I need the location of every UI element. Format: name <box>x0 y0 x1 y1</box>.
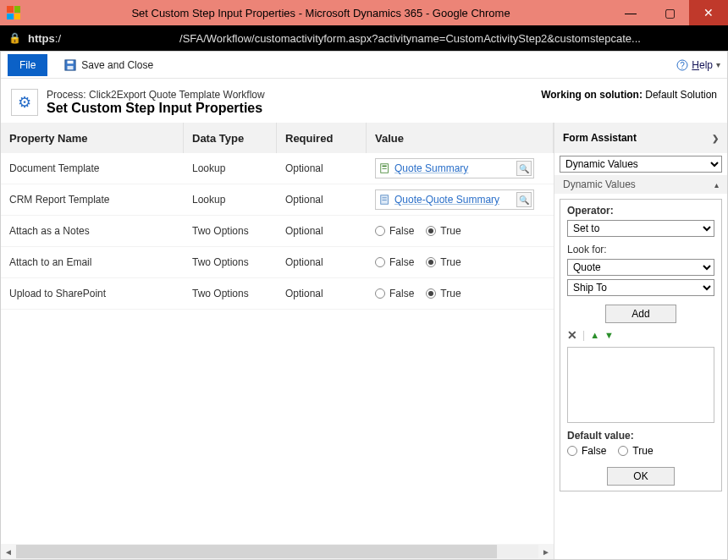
grid-header-row: Property Name Data Type Required Value <box>1 123 554 153</box>
windows-logo-icon <box>7 6 20 19</box>
false-radio[interactable] <box>375 226 385 236</box>
property-name-cell: Document Template <box>1 162 184 174</box>
assistant-mode-select[interactable]: Dynamic Values <box>560 156 722 173</box>
remove-icon[interactable]: ✕ <box>567 328 577 342</box>
svg-rect-9 <box>383 197 387 198</box>
dynamic-values-subheader: Dynamic Values <box>563 178 636 190</box>
table-row: Upload to SharePointTwo OptionsOptionalF… <box>1 278 554 310</box>
save-icon <box>64 59 76 71</box>
page-toolbar: File Save and Close ? Help ▾ <box>1 52 727 79</box>
form-assistant-pane: Form Assistant ❯ Dynamic Values Dynamic … <box>554 123 727 559</box>
two-options-group: FalseTrue <box>375 225 545 237</box>
svg-rect-10 <box>383 200 387 200</box>
col-header-property-name[interactable]: Property Name <box>1 123 184 153</box>
scroll-left-icon[interactable]: ◄ <box>1 544 16 559</box>
two-options-group: FalseTrue <box>375 288 545 299</box>
two-options-group: FalseTrue <box>375 256 545 268</box>
default-value-label: Default value: <box>567 430 634 442</box>
window-title: Set Custom Step Input Properties - Micro… <box>30 7 611 19</box>
svg-rect-7 <box>383 168 387 169</box>
required-cell: Optional <box>277 256 367 268</box>
template-green-icon <box>379 162 391 174</box>
value-cell: FalseTrue <box>367 256 554 268</box>
value-cell: FalseTrue <box>367 288 554 299</box>
collapse-icon[interactable]: ▴ <box>714 180 719 189</box>
table-row: CRM Report TemplateLookupOptionalQuote-Q… <box>1 184 554 216</box>
lookfor-label: Look for: <box>567 244 714 255</box>
window-titlebar: Set Custom Step Input Properties - Micro… <box>0 0 728 25</box>
lookup-value-text[interactable]: Quote Summary <box>394 162 513 174</box>
horizontal-scrollbar[interactable]: ◄ ► <box>1 544 554 559</box>
save-and-close-button[interactable]: Save and Close <box>64 59 153 71</box>
col-header-value[interactable]: Value <box>367 123 554 153</box>
file-menu-button[interactable]: File <box>8 54 47 76</box>
radio-label: False <box>389 288 414 299</box>
chevron-right-icon[interactable]: ❯ <box>712 134 719 143</box>
value-cell: Quote-Quote Summary🔍 <box>367 189 554 210</box>
required-cell: Optional <box>277 194 367 206</box>
svg-text:?: ? <box>681 61 686 70</box>
help-menu[interactable]: ? Help ▾ <box>676 59 720 71</box>
grid-body: Document TemplateLookupOptionalQuote Sum… <box>1 153 554 544</box>
working-on-solution: Working on solution: Default Solution <box>541 89 717 101</box>
lookup-search-icon[interactable]: 🔍 <box>516 192 532 207</box>
true-radio[interactable] <box>426 257 436 267</box>
col-header-data-type[interactable]: Data Type <box>184 123 277 153</box>
table-row: Attach as a NotesTwo OptionsOptionalFals… <box>1 216 554 247</box>
table-row: Attach to an EmailTwo OptionsOptionalFal… <box>1 247 554 278</box>
url-scheme: https <box>28 32 55 45</box>
ok-button[interactable]: OK <box>607 467 674 486</box>
radio-label: False <box>389 225 414 237</box>
data-type-cell: Two Options <box>184 288 277 299</box>
page-title: Set Custom Step Input Properties <box>47 101 265 116</box>
move-up-icon[interactable]: ▲ <box>590 330 599 340</box>
property-name-cell: Attach to an Email <box>1 256 184 268</box>
required-cell: Optional <box>277 225 367 237</box>
operator-select[interactable]: Set to <box>567 220 714 237</box>
template-blue-icon <box>379 194 391 206</box>
lookfor-entity-select[interactable]: Quote <box>567 259 714 276</box>
lookup-value-text[interactable]: Quote-Quote Summary <box>394 194 513 206</box>
dynamic-values-list[interactable] <box>567 347 714 423</box>
close-button[interactable]: ✕ <box>689 0 728 25</box>
save-close-label: Save and Close <box>81 59 153 71</box>
process-icon: ⚙ <box>11 89 38 116</box>
required-cell: Optional <box>277 162 367 174</box>
property-name-cell: Upload to SharePoint <box>1 288 184 299</box>
operator-label: Operator: <box>567 205 714 217</box>
add-button[interactable]: Add <box>605 305 676 323</box>
help-icon: ? <box>676 59 688 71</box>
svg-rect-1 <box>68 60 74 63</box>
true-radio[interactable] <box>426 288 436 299</box>
lookup-field[interactable]: Quote-Quote Summary🔍 <box>375 189 534 210</box>
default-false-radio[interactable] <box>567 446 577 456</box>
scroll-right-icon[interactable]: ► <box>538 544 554 559</box>
data-type-cell: Two Options <box>184 225 277 237</box>
svg-rect-2 <box>68 65 74 69</box>
minimize-button[interactable]: — <box>611 0 650 25</box>
false-radio[interactable] <box>375 257 385 267</box>
value-cell: Quote Summary🔍 <box>367 158 554 178</box>
chevron-down-icon: ▾ <box>716 60 720 69</box>
svg-rect-6 <box>383 166 387 167</box>
process-line: Process: Click2Export Quote Template Wor… <box>47 89 265 101</box>
lookup-search-icon[interactable]: 🔍 <box>516 161 532 176</box>
form-assistant-title: Form Assistant <box>563 132 637 144</box>
property-name-cell: Attach as a Notes <box>1 225 184 237</box>
property-name-cell: CRM Report Template <box>1 194 184 206</box>
lookfor-attribute-select[interactable]: Ship To <box>567 279 714 296</box>
col-header-required[interactable]: Required <box>277 123 367 153</box>
data-type-cell: Two Options <box>184 256 277 268</box>
value-cell: FalseTrue <box>367 225 554 237</box>
radio-label: True <box>440 288 461 299</box>
maximize-button[interactable]: ▢ <box>650 0 689 25</box>
address-bar[interactable]: 🔒 https :/ /SFA/Workflow/customactivityf… <box>0 25 728 51</box>
lookup-field[interactable]: Quote Summary🔍 <box>375 158 534 178</box>
false-radio[interactable] <box>375 288 385 299</box>
data-type-cell: Lookup <box>184 162 277 174</box>
true-radio[interactable] <box>426 226 436 236</box>
data-type-cell: Lookup <box>184 194 277 206</box>
move-down-icon[interactable]: ▼ <box>604 330 614 340</box>
default-true-radio[interactable] <box>618 446 628 456</box>
radio-label: True <box>440 256 461 268</box>
